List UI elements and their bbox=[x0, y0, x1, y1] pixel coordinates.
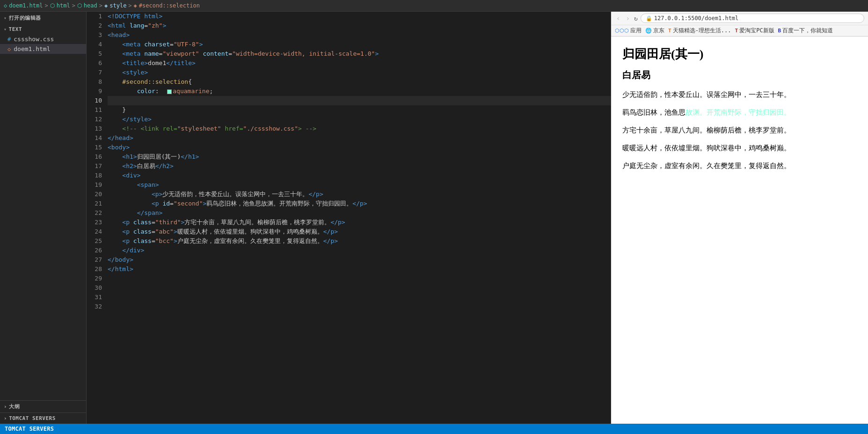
sidebar-file-doem1: doem1.html bbox=[14, 45, 50, 52]
css-file-icon: # bbox=[7, 36, 11, 43]
ln-23: 23 bbox=[90, 218, 102, 227]
sidebar-tomcat-label: TOMCAT SERVERS bbox=[9, 415, 56, 421]
breadcrumb-style[interactable]: style bbox=[109, 2, 126, 9]
chevron-right-icon: › bbox=[4, 404, 7, 410]
ln-32: 32 bbox=[90, 302, 102, 311]
sidebar-open-editors-label: 打开的编辑器 bbox=[9, 15, 41, 22]
breadcrumb-style-icon: ◈ bbox=[104, 2, 108, 9]
chevron-icon: ▾ bbox=[4, 15, 7, 21]
code-line-10 bbox=[108, 96, 611, 105]
apps-icon: ⬡⬡⬡ bbox=[615, 28, 629, 34]
breadcrumb-html[interactable]: html bbox=[57, 2, 70, 9]
code-line-11: } bbox=[108, 105, 611, 115]
code-line-26: </span> bbox=[108, 208, 611, 218]
sidebar-tomcat-header[interactable]: › TOMCAT SERVERS bbox=[0, 412, 86, 424]
breadcrumb-html-icon: ⬡ bbox=[50, 2, 55, 9]
ln-5: 5 bbox=[90, 49, 102, 59]
ln-4: 4 bbox=[90, 40, 102, 49]
url-text: 127.0.0.1:5500/doem1.html bbox=[654, 15, 739, 22]
ln-13: 13 bbox=[90, 124, 102, 133]
code-line-3: <head> bbox=[108, 30, 611, 40]
url-bar[interactable]: 🔒 127.0.0.1:5500/doem1.html bbox=[641, 14, 864, 23]
breadcrumb-file-name[interactable]: doem1.html bbox=[9, 2, 43, 9]
ln-16: 16 bbox=[90, 152, 102, 162]
code-line-19: <body> bbox=[108, 143, 611, 152]
refresh-button[interactable]: ↻ bbox=[634, 15, 638, 22]
code-line-2: <html lang="zh"> bbox=[108, 21, 611, 30]
ln-30: 30 bbox=[90, 283, 102, 293]
ln-14: 14 bbox=[90, 133, 102, 143]
back-button[interactable]: ‹ bbox=[615, 14, 621, 22]
sidebar-item-cssshow[interactable]: # cssshow.css bbox=[0, 34, 86, 44]
bookmark-apps-label: 应用 bbox=[630, 27, 642, 35]
line-numbers: 1 2 3 4 5 6 7 8 9 10 11 12 13 14 15 16 1… bbox=[87, 12, 108, 424]
preview-content: 归园田居(其一) 白居易 少无适俗韵，性本爱丘山。误落尘网中，一去三十年。 羁鸟… bbox=[611, 37, 868, 424]
preview-p1: 少无适俗韵，性本爱丘山。误落尘网中，一去三十年。 bbox=[622, 89, 857, 100]
breadcrumb-bar: ◇ doem1.html > ⬡ html > ⬡ head > ◈ style… bbox=[0, 0, 868, 12]
browser-nav: ‹ › ↻ 🔒 127.0.0.1:5500/doem1.html bbox=[611, 12, 868, 25]
preview-h1: 归园田居(其一) bbox=[622, 46, 857, 62]
status-left: TOMCAT SERVERS bbox=[5, 426, 54, 432]
status-bar: TOMCAT SERVERS bbox=[0, 424, 868, 434]
ln-17: 17 bbox=[90, 162, 102, 171]
code-line-24: <p>少无适俗韵，性本爱丘山。误落尘网中，一去三十年。</p> bbox=[108, 190, 611, 199]
ln-27: 27 bbox=[90, 255, 102, 265]
ln-6: 6 bbox=[90, 59, 102, 68]
browser-bar: ‹ › ↻ 🔒 127.0.0.1:5500/doem1.html ⬡⬡⬡ 应用… bbox=[611, 12, 868, 37]
ln-24: 24 bbox=[90, 227, 102, 236]
forward-button[interactable]: › bbox=[624, 14, 631, 22]
ln-11: 11 bbox=[90, 105, 102, 115]
ln-20: 20 bbox=[90, 190, 102, 199]
code-line-16: </style> bbox=[108, 115, 611, 124]
ln-15: 15 bbox=[90, 143, 102, 152]
ln-22: 22 bbox=[90, 208, 102, 218]
sidebar-open-editors-header[interactable]: ▾ 打开的编辑器 bbox=[0, 12, 86, 23]
ln-18: 18 bbox=[90, 171, 102, 180]
ln-8: 8 bbox=[90, 77, 102, 87]
ln-9: 9 bbox=[90, 87, 102, 96]
code-line-22: <div> bbox=[108, 171, 611, 180]
code-line-9: color: aquamarine; bbox=[108, 87, 611, 96]
sidebar-bottom: › 大纲 › TOMCAT SERVERS bbox=[0, 400, 86, 424]
code-line-17: <!-- <link rel="stylesheet" href="./csss… bbox=[108, 124, 611, 133]
bookmark-tmall[interactable]: T 天猫精选-理想生活... bbox=[668, 27, 731, 35]
ln-10: 10 bbox=[90, 96, 102, 105]
bookmark-baidu[interactable]: B 百度一下，你就知道 bbox=[778, 27, 833, 35]
ln-29: 29 bbox=[90, 274, 102, 283]
sidebar-item-doem1[interactable]: ◇ doem1.html bbox=[0, 44, 86, 54]
breadcrumb-selector[interactable]: #second::selection bbox=[139, 2, 200, 9]
ln-31: 31 bbox=[90, 293, 102, 302]
breadcrumb-head[interactable]: head bbox=[84, 2, 97, 9]
ln-12: 12 bbox=[90, 115, 102, 124]
lock-icon: 🔒 bbox=[646, 15, 652, 22]
bookmark-jd[interactable]: 🌐 京东 bbox=[645, 27, 664, 35]
bookmark-ali-label: 爱淘宝PC新版 bbox=[739, 27, 774, 35]
bookmark-ali[interactable]: T 爱淘宝PC新版 bbox=[735, 27, 774, 35]
editor-area[interactable]: 1 2 3 4 5 6 7 8 9 10 11 12 13 14 15 16 1… bbox=[87, 12, 611, 424]
ali-icon: T bbox=[735, 28, 738, 34]
code-line-5: <meta name="viewport" content="width=dev… bbox=[108, 49, 611, 59]
code-line-31: </body> bbox=[108, 255, 611, 265]
code-line-29: <p class="bcc">户庭无尘杂，虚室有余闲。久在樊笼里，复得返自然。<… bbox=[108, 236, 611, 246]
breadcrumb-sep3: > bbox=[99, 2, 102, 9]
code-line-20: <h1>归园田居(其一)</h1> bbox=[108, 152, 611, 162]
sidebar-outline-label: 大纲 bbox=[9, 403, 20, 410]
editor-content: 1 2 3 4 5 6 7 8 9 10 11 12 13 14 15 16 1… bbox=[87, 12, 611, 424]
main-layout: ▾ 打开的编辑器 ▾ TEXT # cssshow.css ◇ doem1.ht… bbox=[0, 12, 868, 424]
preview-p4: 暖暖远人村，依依墟里烟。狗吠深巷中，鸡鸣桑树巅。 bbox=[622, 142, 857, 154]
chevron-right-icon2: › bbox=[4, 415, 7, 421]
code-line-1: <!DOCTYPE html> bbox=[108, 12, 611, 21]
code-line-23: <span> bbox=[108, 180, 611, 190]
bookmark-apps[interactable]: ⬡⬡⬡ 应用 bbox=[615, 27, 642, 35]
sidebar-outline-header[interactable]: › 大纲 bbox=[0, 400, 86, 412]
code-line-6: <title>dome1</title> bbox=[108, 59, 611, 68]
sidebar-text-header[interactable]: ▾ TEXT bbox=[0, 23, 86, 34]
code-line-4: <meta charset="UTF-8"> bbox=[108, 40, 611, 49]
preview-p2-selected: 故渊。开荒南野际，守拙归园田。 bbox=[686, 109, 791, 116]
sidebar-file-cssshow: cssshow.css bbox=[14, 36, 54, 43]
code-line-27: <p class="third">方宅十余亩，草屋八九间。榆柳荫后檐，桃李罗堂前… bbox=[108, 218, 611, 227]
breadcrumb-sep4: > bbox=[128, 2, 131, 9]
bookmark-tmall-label: 天猫精选-理想生活... bbox=[673, 27, 731, 35]
breadcrumb-selector-icon: ◈ bbox=[134, 2, 137, 9]
preview-p2: 羁鸟恋旧林，池鱼思故渊。开荒南野际，守拙归园田。 bbox=[622, 107, 857, 118]
